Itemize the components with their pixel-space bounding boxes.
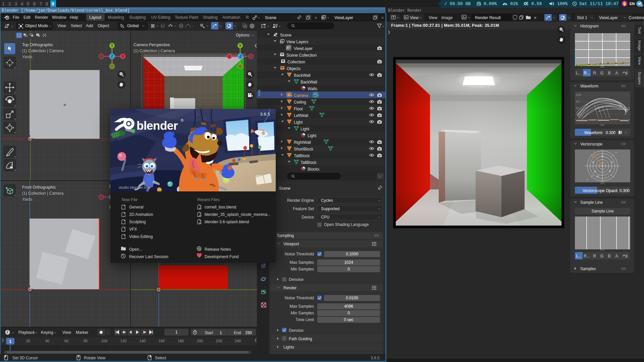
- svg-text:100: 100: [576, 93, 581, 97]
- svg-text:blender: blender: [137, 119, 178, 132]
- svg-text:-Z: -Z: [238, 54, 242, 58]
- svg-text:X: X: [228, 54, 230, 58]
- svg-text:X: X: [121, 54, 124, 58]
- svg-text:80: 80: [576, 100, 580, 103]
- svg-text:60: 60: [576, 106, 580, 110]
- svg-text:Y: Y: [111, 44, 113, 48]
- svg-text:Z: Z: [111, 54, 113, 58]
- svg-text:®: ®: [181, 118, 183, 122]
- svg-text:studio.blender.org: studio.blender.org: [119, 185, 149, 189]
- svg-text:3.6.5: 3.6.5: [260, 112, 270, 117]
- svg-text:Y: Y: [239, 44, 241, 48]
